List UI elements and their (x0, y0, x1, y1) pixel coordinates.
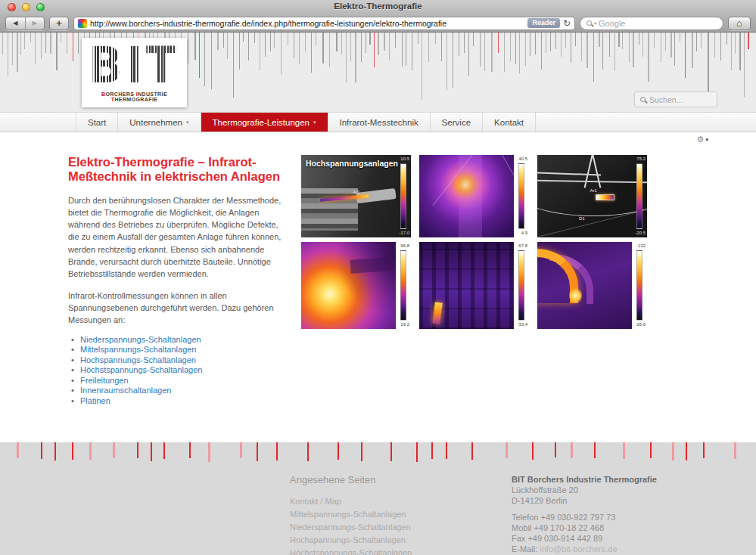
footer-tick-line (416, 442, 418, 462)
barcode-line (30, 33, 31, 42)
scale-max: 40.5 (518, 157, 527, 162)
company-phone: Telefon +49 030-922 797 73 (512, 512, 657, 522)
barcode-line (696, 33, 697, 51)
barcode-line (233, 33, 234, 98)
footer-link-mittelspannung[interactable]: Mittelspannungs-Schaltanlagen (290, 510, 406, 519)
barcode-line (395, 33, 396, 48)
barcode-line (369, 33, 371, 45)
site-header: BIT BORCHERS INDUSTRIE THERMOGRAFIE (0, 33, 756, 112)
address-bar[interactable]: Reader ↻ (73, 17, 575, 30)
search-engine-caret-icon[interactable]: ▾ (594, 20, 596, 26)
forward-button[interactable]: ▶ (26, 17, 45, 29)
reload-icon[interactable]: ↻ (563, 19, 571, 28)
intro-paragraph: Durch den berührungslosen Charakter der … (68, 194, 291, 280)
nav-item-kontakt[interactable]: Kontakt (483, 113, 536, 132)
link-innenraumschaltanlagen[interactable]: Innenraumschaltanlagen (80, 386, 171, 395)
back-button[interactable]: ◀ (6, 17, 26, 29)
nav-item-service[interactable]: Service (431, 113, 483, 132)
browser-window: Elektro-Thermografie ◀ ▶ + Reader ↻ ▾ ⌂ (0, 0, 756, 555)
scale-gradient (400, 250, 406, 321)
site-footer: Angesehene Seiten Kontakt / Map Mittelsp… (0, 442, 756, 555)
temperature-scale: 96.8 19.2 (396, 242, 411, 329)
site-search-field[interactable] (634, 91, 717, 107)
nav-item-thermografie-leistungen[interactable]: Thermografie-Leistungen▾ (201, 113, 328, 132)
barcode-line (402, 33, 403, 67)
footer-tick-line (113, 442, 115, 458)
footer-link-hoechstspannung[interactable]: Höchstspannungs-Schaltanlagen (290, 548, 412, 555)
main-content: ⚙ ▾ Elektro-Thermografie – Infrarot-Meßt… (0, 132, 756, 442)
scale-max: 96.8 (400, 243, 409, 249)
barcode-line (685, 33, 686, 78)
footer-tick-line (506, 442, 508, 458)
title-bar[interactable]: Elektro-Thermografie (0, 0, 756, 14)
barcode-line (217, 33, 219, 50)
barcode-line (665, 33, 666, 51)
footer-links-heading: Angesehene Seiten (290, 474, 412, 485)
barcode-line (680, 33, 680, 42)
footer-link-hochspannung[interactable]: Hochspannungs-Schaltanlagen (290, 535, 406, 544)
barcode-line (599, 33, 600, 47)
scale-min: -17.0 (399, 231, 409, 236)
browser-search-field[interactable]: ▾ (580, 17, 723, 30)
barcode-line (519, 33, 520, 73)
thermal-image-kabel: 132 26.6 (537, 242, 647, 329)
link-niederspannung[interactable]: Niederspannungs-Schaltanlagen (80, 335, 201, 344)
footer-tick-line (703, 442, 705, 458)
nav-item-start[interactable]: Start (76, 113, 118, 132)
barcode-line (525, 33, 526, 66)
barcode-line (498, 33, 499, 53)
barcode-line (316, 33, 316, 46)
email-link[interactable]: info@bit-borchers.de (540, 544, 617, 553)
site-favicon (78, 19, 87, 28)
nav-item-unternehmen[interactable]: Unternehmen▾ (118, 113, 201, 132)
url-input[interactable] (90, 19, 524, 28)
nav-item-infrarot-messtechnik[interactable]: Infrarot-Messtechnik (328, 113, 431, 132)
barcode-line (350, 33, 351, 61)
barcode-line (299, 33, 300, 64)
link-mittelspannung[interactable]: Mittelspannungs-Schaltanlagen (80, 345, 197, 354)
footer-tick-line (390, 442, 392, 461)
footer-tick-line (650, 442, 652, 458)
link-hochspannung[interactable]: Hochspannungs-Schaltanlagen (80, 355, 196, 364)
logo-text: BIT (89, 39, 179, 91)
list-item: Höchstspannungs-Schaltanlagen (290, 547, 412, 555)
barcode-line (56, 33, 58, 70)
company-fax: Fax +49 030-914 442 89 (512, 533, 657, 544)
barcode-line (281, 33, 282, 75)
link-hoechstspannung[interactable]: Höchstspannungs-Schaltanlagen (80, 365, 202, 374)
list-item: Hochspannungs-Schaltanlagen (68, 355, 291, 366)
footer-tick-line (338, 442, 339, 460)
barcode-line (586, 33, 588, 68)
add-bookmark-button[interactable]: + (49, 17, 69, 30)
site-logo[interactable]: BIT BORCHERS INDUSTRIE THERMOGRAFIE (82, 38, 187, 107)
barcode-line (322, 33, 324, 64)
link-platinen[interactable]: Platinen (80, 396, 110, 405)
barcode-line (12, 33, 13, 65)
browser-search-input[interactable] (599, 19, 717, 28)
barcode-line (67, 33, 67, 54)
page-tools-menu[interactable]: ⚙ ▾ (697, 135, 708, 144)
barcode-line (78, 33, 79, 54)
barcode-line (374, 33, 375, 67)
site-search-input[interactable] (649, 95, 751, 104)
barcode-line (622, 33, 623, 49)
link-freileitungen[interactable]: Freileitungen (80, 376, 129, 385)
barcode-line (575, 33, 576, 46)
hotspot-art (596, 194, 614, 200)
barcode-line (35, 33, 36, 64)
barcode-line (274, 33, 275, 48)
barcode-line (535, 33, 536, 54)
barcode-line (248, 33, 249, 60)
barcode-line (355, 33, 356, 82)
home-button[interactable]: ⌂ (728, 17, 751, 30)
barcode-line (504, 33, 505, 72)
barcode-line (211, 33, 212, 89)
barcode-line (468, 33, 469, 76)
barcode-line (199, 33, 200, 78)
reader-button[interactable]: Reader (527, 18, 560, 28)
footer-link-kontakt-map[interactable]: Kontakt / Map (290, 497, 341, 506)
footer-link-niederspannung[interactable]: Niederspannungs-Schaltanlagen (290, 522, 411, 532)
footer-tick-line (555, 442, 556, 457)
chevron-down-icon: ▾ (313, 119, 316, 126)
history-nav-group: ◀ ▶ (5, 17, 45, 30)
